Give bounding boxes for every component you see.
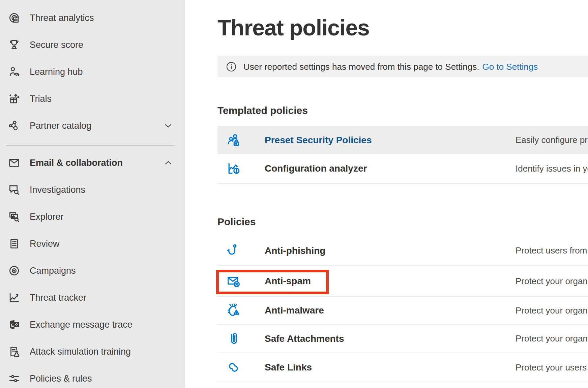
chevron-up-icon[interactable]	[164, 158, 173, 167]
sidebar-email-nav: Email & collaborationInvestigationsExplo…	[0, 146, 185, 388]
sidebar-item-partner-catalog[interactable]: Partner catalog	[0, 112, 185, 139]
configuration-analyzer-link[interactable]: Configuration analyzer	[265, 163, 367, 174]
threat-analytics-icon	[7, 11, 21, 25]
anti-phishing-icon	[226, 243, 241, 259]
sidebar-item-label: Exchange message trace	[30, 320, 133, 330]
anti-malware-icon	[226, 303, 241, 318]
email-collaboration-icon	[7, 156, 21, 170]
campaigns-icon	[7, 264, 21, 277]
investigations-icon	[7, 183, 21, 197]
main-content: Threat policies User reported settings h…	[185, 0, 588, 388]
preset-security-policies-link[interactable]: Preset Security Policies	[265, 135, 372, 146]
go-to-settings-link[interactable]: Go to Settings	[482, 62, 538, 72]
sidebar-item-label: Explorer	[30, 212, 64, 222]
sidebar-item-investigations[interactable]: Investigations	[0, 176, 185, 203]
anti-spam-icon	[226, 273, 241, 289]
attack-simulation-training-icon	[7, 345, 21, 358]
explorer-icon	[7, 210, 21, 223]
sidebar-item-secure-score[interactable]: Secure score	[0, 31, 185, 58]
learning-hub-icon	[7, 65, 21, 79]
policy-row-preset-security-policies[interactable]: Preset Security PoliciesEasily configure…	[217, 126, 588, 154]
templated-policies-heading: Templated policies	[217, 105, 308, 116]
preset-security-policies-icon	[226, 132, 241, 148]
safe-attachments-link[interactable]: Safe Attachments	[265, 333, 344, 344]
secure-score-icon	[7, 38, 21, 52]
banner-text: User reported settings has moved from th…	[243, 62, 479, 72]
sidebar-item-review[interactable]: Review	[0, 230, 185, 257]
trials-icon	[7, 92, 21, 106]
sidebar-item-label: Learning hub	[30, 67, 83, 77]
sidebar-item-threat-analytics[interactable]: Threat analytics	[0, 4, 185, 31]
safe-attachments-icon	[226, 331, 241, 347]
policies-list: Anti-phishingProtect users from pAnti-sp…	[217, 236, 588, 382]
policy-row-description: Protect your users fr	[516, 362, 588, 373]
templated-policies-list: Preset Security PoliciesEasily configure…	[217, 126, 588, 184]
sidebar-item-threat-tracker[interactable]: Threat tracker	[0, 284, 185, 311]
threat-tracker-icon	[7, 291, 21, 304]
anti-phishing-link[interactable]: Anti-phishing	[265, 245, 325, 256]
policies-heading: Policies	[217, 216, 256, 228]
sidebar-top-nav: Threat analyticsSecure scoreLearning hub…	[0, 0, 185, 139]
sidebar-item-policies-and-rules[interactable]: Policies & rules	[0, 365, 185, 388]
sidebar-item-campaigns[interactable]: Campaigns	[0, 257, 185, 284]
policy-row-safe-attachments[interactable]: Safe AttachmentsProtect your organiz	[217, 325, 588, 353]
sidebar-item-email-and-collaboration[interactable]: Email & collaboration	[0, 149, 185, 176]
policy-row-description: Protect your organiz	[516, 276, 588, 287]
sidebar-item-label: Email & collaboration	[30, 158, 123, 168]
sidebar-item-explorer[interactable]: Explorer	[0, 203, 185, 230]
anti-spam-link[interactable]: Anti-spam	[265, 276, 311, 287]
review-icon	[7, 237, 21, 250]
safe-links-link[interactable]: Safe Links	[265, 362, 312, 373]
sidebar-item-learning-hub[interactable]: Learning hub	[0, 58, 185, 85]
policy-row-description: Identify issues in you	[516, 163, 588, 174]
policy-row-description: Easily configure prot	[516, 135, 588, 145]
sidebar-item-label: Secure score	[30, 40, 83, 50]
sidebar-item-label: Trials	[30, 94, 52, 104]
policy-row-description: Protect your organiz	[516, 333, 588, 344]
sidebar-item-label: Threat analytics	[30, 13, 94, 23]
sidebar-item-label: Investigations	[30, 185, 85, 195]
info-icon	[226, 62, 236, 72]
partner-catalog-icon	[7, 119, 21, 132]
page-title: Threat policies	[217, 15, 370, 40]
chevron-down-icon[interactable]	[164, 121, 173, 130]
info-banner: User reported settings has moved from th…	[217, 56, 588, 77]
policy-row-description: Protect your organiz	[516, 305, 588, 316]
configuration-analyzer-icon	[226, 161, 241, 176]
sidebar-item-trials[interactable]: Trials	[0, 85, 185, 112]
anti-malware-link[interactable]: Anti-malware	[265, 305, 324, 316]
policies-rules-icon	[7, 372, 21, 385]
sidebar-item-label: Policies & rules	[30, 374, 92, 384]
policy-row-anti-phishing[interactable]: Anti-phishingProtect users from p	[217, 236, 588, 266]
sidebar-item-attack-simulation-training[interactable]: Attack simulation training	[0, 338, 185, 365]
sidebar-item-label: Review	[30, 239, 60, 249]
exchange-message-trace-icon: E	[7, 318, 21, 331]
sidebar-item-label: Attack simulation training	[30, 347, 131, 357]
safe-links-icon	[226, 360, 241, 375]
sidebar: Threat analyticsSecure scoreLearning hub…	[0, 0, 185, 388]
sidebar-item-label: Campaigns	[30, 266, 76, 276]
policy-row-configuration-analyzer[interactable]: Configuration analyzerIdentify issues in…	[217, 154, 588, 184]
policy-row-anti-spam[interactable]: Anti-spamProtect your organiz	[217, 266, 588, 297]
policy-row-anti-malware[interactable]: Anti-malwareProtect your organiz	[217, 297, 588, 325]
policy-row-description: Protect users from p	[516, 245, 588, 256]
sidebar-item-label: Partner catalog	[30, 121, 91, 131]
svg-text:E: E	[11, 323, 14, 328]
policy-row-safe-links[interactable]: Safe LinksProtect your users fr	[217, 353, 588, 382]
sidebar-item-label: Threat tracker	[30, 293, 86, 303]
sidebar-item-exchange-message-trace[interactable]: EExchange message trace	[0, 311, 185, 338]
